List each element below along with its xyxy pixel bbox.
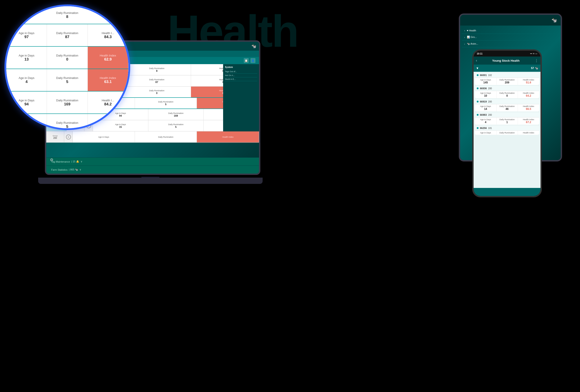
tag-maintenance-count: | 15 🔔	[71, 160, 79, 163]
rum-cell: Daily Rumination87	[123, 75, 191, 86]
age-data-cell: Age in Days4	[475, 117, 496, 125]
hi-data-cell: Health Index66.5	[518, 104, 539, 111]
row-status-icon: ⊙	[66, 135, 71, 139]
mag-cell: n Days	[6, 114, 47, 128]
animal-data-row: Age in Days Daily Rumination Health Inde…	[475, 131, 539, 135]
animal-card[interactable]: 66001 102 Age in Days 145 Daily Ruminati…	[475, 73, 539, 85]
animal-tag: 101	[488, 127, 492, 129]
signal-icon: ▪▪▪	[530, 52, 532, 55]
animal-count: 57 🐄	[531, 67, 538, 70]
age-data-cell: Age in Days 145	[475, 78, 496, 85]
wifi-icon: ≋	[533, 52, 535, 55]
mag-row: Age in Days4 Daily Rumination5 Health In…	[6, 69, 128, 92]
magnify-circle: Daily Rumination 8 Age in Days97 Daily R…	[4, 4, 130, 130]
mag-cell-red: Health Index62.9	[88, 47, 128, 69]
animal-card-header: 66001 102	[475, 73, 539, 78]
animal-card[interactable]: 66256 101 Age in Days Daily Rumination H…	[475, 126, 539, 135]
animal-tag: 200	[488, 87, 492, 90]
laptop-bottom-bars: Tag Maintenance | 15 🔔 ∨ Farm Statistics…	[46, 157, 259, 174]
mag-row: Age in Days13 Daily Rumination0 Health I…	[6, 47, 128, 69]
animal-card-header: 66256 101	[475, 126, 539, 131]
tablet-menu-health-label: ♥ Health	[467, 29, 476, 32]
age-label: Age in Days	[480, 79, 491, 81]
laptop-system-panel: System Tags Out of... Not On A... Stuck …	[223, 64, 259, 131]
status-dot	[477, 101, 478, 102]
animal-tag: 102	[488, 74, 492, 77]
filter-icon[interactable]: ▼	[476, 66, 479, 70]
mag-row: n Days Daily Rumination5 Heal...	[6, 114, 128, 128]
animal-card[interactable]: 66983 200 Age in Days4 Daily Rumination1…	[475, 112, 539, 125]
laptop-cow-icon: 🐄	[251, 44, 256, 49]
user-icon-btn[interactable]: 👤	[251, 58, 255, 63]
rum-label: Daily Rumination	[499, 79, 515, 81]
mag-cell: Age in Days94	[6, 92, 47, 113]
chevron-right-icon-3: ›	[464, 43, 465, 45]
age-data-cell: Age in Days10	[475, 91, 496, 98]
rum-data-cell: Daily Rumination46	[496, 104, 518, 111]
rum-label: Daily Rumination	[149, 67, 164, 70]
animal-data-row: Age in Days 145 Daily Rumination 209 Hea…	[475, 78, 539, 85]
hi-data-cell: Health Index 51.6	[518, 78, 539, 85]
rum-value: 209	[498, 81, 516, 84]
age-data-cell: Age in Days14	[475, 104, 496, 111]
phone-scroll-content[interactable]: 66001 102 Age in Days 145 Daily Ruminati…	[474, 72, 541, 188]
mag-cell-red: Health Index63.1	[88, 69, 128, 91]
back-button[interactable]: ‹	[476, 59, 477, 63]
phone-status-bar: 10:11 ▪▪▪ ≋ ▭	[474, 51, 541, 57]
farm-statistics-bar[interactable]: Farm Statistics | 865 🐄 ∨	[46, 166, 259, 174]
rum-data-cell: Daily Rumination1	[496, 117, 518, 125]
animal-card[interactable]: 66936 200 Age in Days10 Daily Rumination…	[475, 86, 539, 98]
rum-data-cell: Daily Rumination0	[496, 91, 518, 98]
tag-maintenance-bar[interactable]: Tag Maintenance | 15 🔔 ∨	[46, 157, 259, 166]
tablet-menu-animal-label: 🐄 Anim...	[467, 42, 478, 45]
rum-cell: Daily Rumination5	[135, 98, 197, 108]
animal-id: 66983	[480, 113, 487, 116]
animal-card[interactable]: 66919 200 Age in Days14 Daily Rumination…	[475, 99, 539, 111]
mag-cell: Daily Rumination5	[47, 114, 88, 128]
animal-tag: 200	[488, 100, 492, 103]
tablet-cow-icon: 🐄	[552, 17, 557, 23]
mag-cell: Daily Rumination169	[47, 92, 88, 113]
phone-screen: 10:11 ▪▪▪ ≋ ▭ ‹ Young Stock Health ⋮ ▼ 5…	[474, 51, 541, 196]
age-value: 145	[476, 81, 495, 84]
tablet-menu-health[interactable]: › ♥ Health	[462, 27, 559, 34]
table-row: Group200 ⊙ Age in Days Daily Rumination …	[46, 131, 259, 143]
clipboard-icon-btn[interactable]: 📋	[244, 58, 249, 63]
animal-card-header: 66983 200	[475, 112, 539, 117]
group-col: Group200	[46, 131, 64, 142]
tablet-menu-animal[interactable]: › 🐄 Anim...	[462, 41, 559, 47]
phone-screen-title: Young Stock Health	[479, 59, 533, 62]
mag-value: 8	[66, 14, 68, 19]
more-options-icon[interactable]: ⋮	[535, 59, 538, 63]
tablet-content: › ♥ Health › 📊 Gro... › 🐄 Anim...	[460, 26, 561, 49]
animal-card-header: 66919 200	[475, 99, 539, 104]
rum-data-cell: Daily Rumination	[496, 131, 518, 135]
mag-cell: Daily Rumination5	[47, 69, 88, 91]
filter-cow-icon: 🐄	[535, 67, 538, 70]
rum-cell: Daily Rumination8	[123, 64, 191, 75]
row-data-cols: Age in Days Daily Rumination Health Inde…	[73, 131, 259, 142]
farm-statistics-count: | 865 🐄	[69, 168, 78, 171]
mag-cell: Daily Rumination87	[47, 24, 88, 46]
animal-tag: 200	[488, 114, 492, 116]
status-dot	[477, 74, 478, 76]
mag-row: Daily Rumination 8	[6, 6, 128, 24]
settings-gear-icon[interactable]: ⚙	[50, 157, 56, 164]
animal-data-row: Age in Days4 Daily Rumination1 Health In…	[475, 117, 539, 125]
age-data-cell: Age in Days	[475, 131, 496, 135]
mag-cell: Health I...84.3	[88, 24, 128, 46]
farm-statistics-chevron: ∨	[79, 168, 81, 171]
status-dot	[477, 114, 478, 116]
magnify-content: Daily Rumination 8 Age in Days97 Daily R…	[6, 6, 128, 128]
mag-label: Daily Rumination	[56, 11, 78, 14]
rum-cell: Daily Rumination0	[123, 87, 191, 97]
hi-label: Health Index	[523, 79, 534, 81]
tablet-menu-group-label: 📊 Gro...	[467, 36, 477, 39]
animal-card-header: 66936 200	[475, 86, 539, 91]
tablet-menu-group[interactable]: › 📊 Gro...	[462, 34, 559, 41]
mag-cell: Age in Days13	[6, 47, 47, 69]
hi-data-cell: Health Index64.2	[518, 91, 539, 98]
battery-icon: ▭	[535, 52, 537, 55]
mag-cell: Daily Rumination0	[47, 47, 88, 69]
system-item: Not On A...	[225, 74, 257, 77]
